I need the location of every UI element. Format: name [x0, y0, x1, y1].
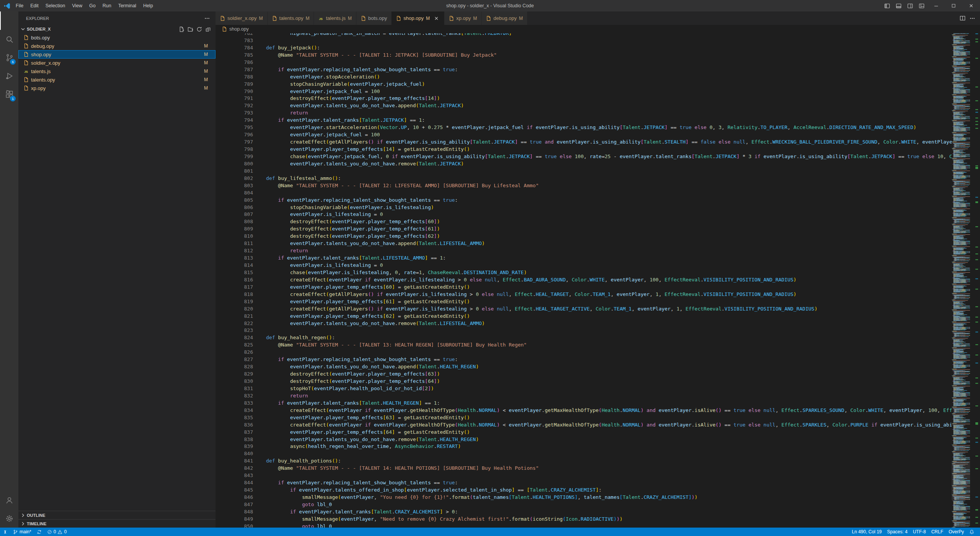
file-name: soldier_x.opy	[31, 60, 60, 66]
code-line: createEffect(eventPlayer if eventPlayer.…	[266, 276, 952, 284]
language-mode[interactable]: OverPy	[946, 528, 967, 536]
minimap[interactable]	[952, 33, 970, 528]
tab-talents.opy[interactable]: talents.opyM	[268, 11, 314, 25]
errors-icon	[47, 529, 52, 534]
menu-file[interactable]: File	[12, 2, 27, 10]
menu-view[interactable]: View	[69, 2, 86, 10]
code-editor[interactable]: 7827837847857867877887897907917927937947…	[216, 33, 980, 528]
sidebar-bottom-sections: OUTLINE TIMELINE	[18, 511, 216, 528]
menu-go[interactable]: Go	[86, 2, 99, 10]
menu-selection[interactable]: Selection	[42, 2, 69, 10]
file-bots.opy[interactable]: bots.opy	[18, 33, 216, 42]
line-number: 816	[216, 276, 266, 284]
tab-xp.opy[interactable]: xp.opyM	[444, 11, 482, 25]
opy-file-icon	[222, 26, 227, 32]
code-line: stopChasingVariable(eventPlayer.is_lifes…	[266, 204, 952, 211]
close-window-button[interactable]	[962, 0, 980, 11]
line-number: 850	[216, 523, 266, 528]
remote-indicator[interactable]	[0, 528, 10, 536]
tab-talents.js[interactable]: JStalents.jsM	[314, 11, 356, 25]
code-line: stopChasingVariable(eventPlayer.jetpack_…	[266, 81, 952, 88]
tab-bots.opy[interactable]: bots.opy	[356, 11, 392, 25]
activity-explorer[interactable]	[0, 11, 18, 30]
cursor-position[interactable]: Ln 490, Col 19	[849, 528, 884, 536]
git-branch-item[interactable]: main*	[10, 528, 34, 536]
line-number: 819	[216, 298, 266, 306]
menu-terminal[interactable]: Terminal	[115, 2, 140, 10]
toggle-secondary-sidebar-icon[interactable]	[904, 0, 916, 11]
minimize-button[interactable]	[927, 0, 945, 11]
line-number: 834	[216, 407, 266, 414]
overview-ruler[interactable]	[970, 33, 980, 528]
file-name: xp.opy	[31, 85, 46, 91]
new-folder-icon[interactable]	[186, 25, 194, 33]
tab-soldier_x.opy[interactable]: soldier_x.opyM	[216, 11, 268, 25]
tab-label: bots.opy	[368, 15, 387, 21]
activity-account[interactable]	[0, 491, 18, 509]
editor-gutter[interactable]: 7827837847857867877887897907917927937947…	[216, 33, 266, 528]
opy-file-icon	[486, 16, 491, 21]
title-bar: FileEditSelectionViewGoRunTerminalHelp s…	[0, 0, 980, 11]
menu-edit[interactable]: Edit	[27, 2, 42, 10]
code-line: eventPlayer.talents_you_do_not_have.remo…	[266, 320, 952, 327]
titlebar-controls	[881, 0, 980, 11]
timeline-section[interactable]: TIMELINE	[18, 519, 216, 528]
close-tab-icon[interactable]	[433, 15, 440, 22]
file-soldier_x.opy[interactable]: soldier_x.opyM	[18, 59, 216, 67]
line-number: 844	[216, 479, 266, 487]
line-number: 788	[216, 74, 266, 81]
tab-git-badge: M	[305, 16, 309, 21]
line-number: 802	[216, 175, 266, 182]
maximize-button[interactable]	[945, 0, 962, 11]
code-line	[266, 349, 952, 356]
outline-section[interactable]: OUTLINE	[18, 511, 216, 519]
code-line: eventPlayer.player_temp_effects[60] = ge…	[266, 284, 952, 291]
tab-debug.opy[interactable]: debug.opyM	[482, 11, 528, 25]
customize-layout-icon[interactable]	[916, 0, 927, 11]
tab-shop.opy[interactable]: shop.opyM	[392, 11, 444, 25]
new-file-icon[interactable]	[178, 25, 185, 33]
activity-settings[interactable]	[0, 509, 18, 528]
code-line: return	[266, 392, 952, 400]
file-xp.opy[interactable]: xp.opyM	[18, 84, 216, 92]
line-number: 818	[216, 291, 266, 298]
menu-help[interactable]: Help	[140, 2, 157, 10]
sync-item[interactable]	[34, 528, 44, 536]
notifications-item[interactable]	[967, 528, 977, 536]
refresh-explorer-icon[interactable]	[195, 25, 203, 33]
toggle-sidebar-icon[interactable]	[881, 0, 893, 11]
collapse-folders-icon[interactable]	[204, 25, 212, 33]
file-talents.opy[interactable]: talents.opyM	[18, 75, 216, 84]
activity-source-control[interactable]: 6	[0, 48, 18, 67]
code-line: createEffect(getAllPlayers() if eventPla…	[266, 291, 952, 298]
toggle-panel-icon[interactable]	[893, 0, 904, 11]
activity-run-debug[interactable]	[0, 67, 18, 85]
line-number: 811	[216, 240, 266, 247]
split-editor-icon[interactable]	[958, 14, 967, 23]
workbench: 61 EXPLORER SOLDIER_X bots.opydebug.opyM…	[0, 11, 980, 528]
folder-section-header[interactable]: SOLDIER_X	[18, 25, 216, 33]
file-talents.js[interactable]: JStalents.jsM	[18, 67, 216, 75]
line-number: 820	[216, 306, 266, 313]
activity-extensions[interactable]: 1	[0, 85, 18, 103]
explorer-more-actions-icon[interactable]	[204, 15, 210, 21]
file-name: talents.js	[31, 69, 51, 74]
menu-bar: FileEditSelectionViewGoRunTerminalHelp	[12, 0, 157, 11]
code-line: return	[266, 109, 952, 117]
code-line: createEffect(getAllPlayers() if eventPla…	[266, 306, 952, 313]
more-actions-icon[interactable]	[968, 14, 977, 23]
activity-search[interactable]	[0, 30, 18, 48]
line-number: 808	[216, 218, 266, 226]
line-number: 793	[216, 109, 266, 117]
indent-setting[interactable]: Spaces: 4	[884, 528, 910, 536]
menu-run[interactable]: Run	[99, 2, 115, 10]
vscode-window: FileEditSelectionViewGoRunTerminalHelp s…	[0, 0, 980, 536]
breadcrumb[interactable]: shop.opy	[216, 25, 980, 33]
file-debug.opy[interactable]: debug.opyM	[18, 42, 216, 50]
explorer-actions	[178, 25, 216, 33]
encoding-setting[interactable]: UTF-8	[910, 528, 929, 536]
problems-item[interactable]: 0 0	[44, 528, 69, 536]
file-shop.opy[interactable]: shop.opyM	[18, 50, 216, 59]
eol-setting[interactable]: CRLF	[929, 528, 946, 536]
line-number: 830	[216, 378, 266, 385]
